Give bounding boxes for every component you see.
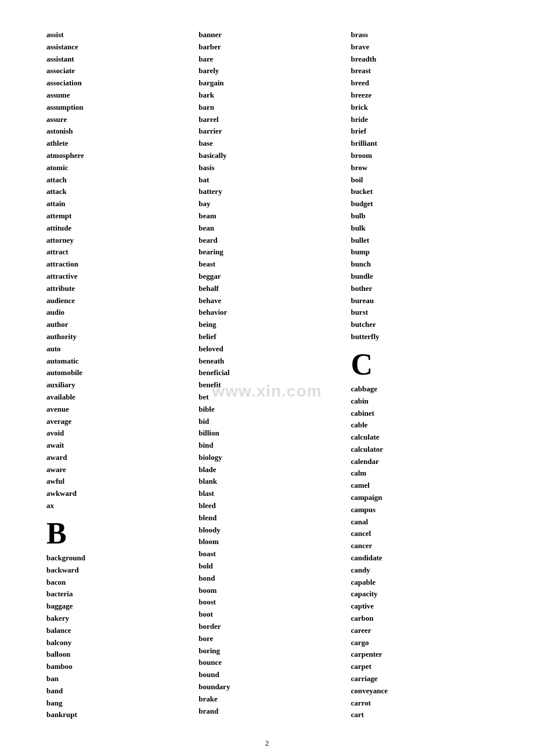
list-item: astonish <box>46 125 183 138</box>
list-item: behavior <box>199 307 335 319</box>
list-item: assistant <box>46 53 183 66</box>
list-item: beggar <box>199 271 335 283</box>
list-item: bump <box>351 246 488 258</box>
list-item: base <box>199 138 335 150</box>
list-item: bare <box>199 53 335 66</box>
list-item: auxiliary <box>46 379 183 391</box>
list-item: bond <box>199 573 335 585</box>
list-item: being <box>199 319 335 331</box>
list-item: benefit <box>199 379 335 391</box>
list-item: behalf <box>199 283 335 295</box>
list-item: bible <box>199 404 335 416</box>
list-item: camel <box>351 480 488 492</box>
list-item: bet <box>199 391 335 404</box>
column-2: bannerbarberbarebarelybargainbarkbarnbar… <box>199 29 335 721</box>
list-item: assist <box>46 29 183 41</box>
list-item: carriage <box>351 673 488 685</box>
word-list-col3-sec1: brassbravebreadthbreastbreedbreezebrickb… <box>351 29 488 343</box>
list-item: biology <box>199 452 335 464</box>
list-item: carpenter <box>351 649 488 661</box>
list-item: attraction <box>46 258 183 271</box>
list-item: association <box>46 77 183 89</box>
list-item: carpet <box>351 661 488 673</box>
page: www.xin.com assistassistanceassistantass… <box>0 0 534 756</box>
list-item: captive <box>351 600 488 613</box>
word-list-col3-sec2: cabbagecabincabinetcablecalculatecalcula… <box>351 383 488 721</box>
list-item: bloom <box>199 536 335 548</box>
list-item: battery <box>199 186 335 198</box>
list-item: barrel <box>199 114 335 126</box>
list-item: basically <box>199 150 335 162</box>
list-item: boast <box>199 548 335 560</box>
list-item: boundary <box>199 681 335 693</box>
list-item: attitude <box>46 222 183 235</box>
list-item: blank <box>199 476 335 488</box>
list-item: baggage <box>46 600 183 613</box>
list-item: barber <box>199 41 335 53</box>
columns-wrapper: assistassistanceassistantassociateassoci… <box>46 29 488 721</box>
list-item: beneficial <box>199 367 335 379</box>
list-item: bother <box>351 283 488 295</box>
list-item: cabin <box>351 395 488 408</box>
list-item: background <box>46 552 183 564</box>
list-item: award <box>46 452 183 464</box>
section-letter-C: C <box>351 348 488 381</box>
list-item: bind <box>199 440 335 452</box>
list-item: ax <box>46 500 183 512</box>
list-item: assume <box>46 89 183 102</box>
list-item: avenue <box>46 404 183 416</box>
list-item: budget <box>351 198 488 210</box>
list-item: banner <box>199 29 335 41</box>
list-item: bulb <box>351 210 488 222</box>
list-item: attractive <box>46 271 183 283</box>
list-item: balance <box>46 625 183 637</box>
list-item: awkward <box>46 488 183 500</box>
list-item: associate <box>46 65 183 77</box>
list-item: behave <box>199 295 335 307</box>
list-item: automobile <box>46 367 183 379</box>
list-item: calculate <box>351 431 488 444</box>
list-item: bankrupt <box>46 709 183 721</box>
page-number: 2 <box>46 739 488 748</box>
list-item: boot <box>199 609 335 621</box>
list-item: butcher <box>351 319 488 331</box>
list-item: bucket <box>351 186 488 198</box>
list-item: bamboo <box>46 661 183 673</box>
list-item: attach <box>46 174 183 186</box>
list-item: bacon <box>46 577 183 589</box>
list-item: barrier <box>199 125 335 138</box>
list-item: avoid <box>46 427 183 440</box>
list-item: bean <box>199 222 335 235</box>
list-item: author <box>46 319 183 331</box>
list-item: breeze <box>351 89 488 102</box>
list-item: attempt <box>46 210 183 222</box>
list-item: brilliant <box>351 138 488 150</box>
list-item: await <box>46 440 183 452</box>
list-item: authority <box>46 331 183 343</box>
list-item: belief <box>199 331 335 343</box>
list-item: assure <box>46 114 183 126</box>
list-item: blade <box>199 464 335 476</box>
list-item: border <box>199 621 335 633</box>
list-item: carbon <box>351 613 488 625</box>
list-item: cancer <box>351 540 488 552</box>
list-item: breast <box>351 65 488 77</box>
list-item: balloon <box>46 649 183 661</box>
list-item: bearing <box>199 246 335 258</box>
list-item: carrot <box>351 697 488 710</box>
list-item: band <box>46 685 183 697</box>
list-item: brick <box>351 102 488 114</box>
list-item: cabinet <box>351 408 488 420</box>
list-item: boring <box>199 645 335 657</box>
word-list-col2-sec1: bannerbarberbarebarelybargainbarkbarnbar… <box>199 29 335 717</box>
list-item: bat <box>199 174 335 186</box>
list-item: beam <box>199 210 335 222</box>
list-item: bold <box>199 560 335 573</box>
list-item: cable <box>351 419 488 431</box>
list-item: balcony <box>46 637 183 649</box>
list-item: atmosphere <box>46 150 183 162</box>
list-item: candidate <box>351 552 488 564</box>
list-item: bulk <box>351 222 488 235</box>
column-1: assistassistanceassistantassociateassoci… <box>46 29 183 721</box>
list-item: boom <box>199 585 335 597</box>
